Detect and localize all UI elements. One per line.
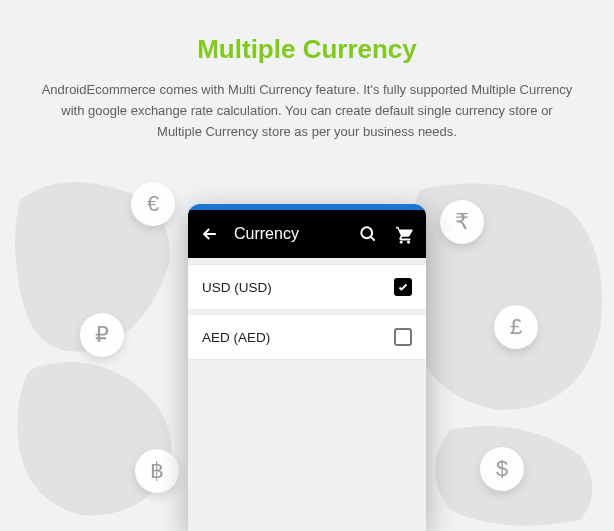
cart-icon[interactable] <box>392 223 414 245</box>
appbar-title: Currency <box>234 225 344 243</box>
currency-list: USD (USD) AED (AED) <box>188 258 426 531</box>
currency-row-aed[interactable]: AED (AED) <box>188 314 426 360</box>
dollar-coin-icon: $ <box>480 447 524 491</box>
back-icon[interactable] <box>200 224 220 244</box>
checkbox-checked-icon[interactable] <box>394 278 412 296</box>
svg-point-1 <box>400 241 403 244</box>
phone-frame: Currency USD (USD) AED (AED) <box>188 204 426 531</box>
page-description: AndroidEcommerce comes with Multi Curren… <box>40 80 574 142</box>
pound-coin-icon: £ <box>494 305 538 349</box>
ruble-coin-icon: ₽ <box>80 313 124 357</box>
currency-row-usd[interactable]: USD (USD) <box>188 264 426 310</box>
currency-label: USD (USD) <box>202 280 272 295</box>
search-icon[interactable] <box>358 224 378 244</box>
svg-point-2 <box>407 241 410 244</box>
checkbox-unchecked-icon[interactable] <box>394 328 412 346</box>
svg-point-0 <box>361 227 372 238</box>
euro-coin-icon: € <box>131 182 175 226</box>
baht-coin-icon: ฿ <box>135 449 179 493</box>
currency-label: AED (AED) <box>202 330 270 345</box>
rupee-coin-icon: ₹ <box>440 200 484 244</box>
page-title: Multiple Currency <box>0 34 614 65</box>
app-bar: Currency <box>188 210 426 258</box>
